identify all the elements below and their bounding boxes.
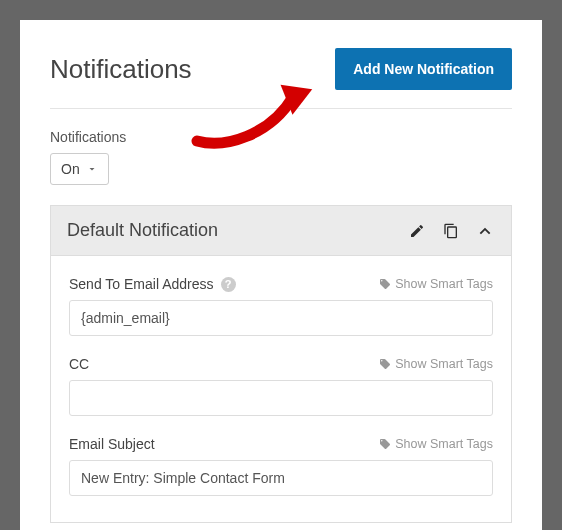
notifications-toggle-select[interactable]: On [50,153,109,185]
row-head: CC Show Smart Tags [69,356,493,372]
cc-label: CC [69,356,89,372]
chevron-down-icon [86,163,98,175]
tag-icon [379,358,391,370]
smart-tags-toggle[interactable]: Show Smart Tags [379,437,493,451]
cc-row: CC Show Smart Tags [69,356,493,416]
help-icon[interactable]: ? [221,277,236,292]
row-head: Email Subject Show Smart Tags [69,436,493,452]
copy-icon [443,223,459,239]
subject-row: Email Subject Show Smart Tags [69,436,493,496]
cc-input[interactable] [69,380,493,416]
notifications-panel: Notifications Add New Notification Notif… [20,20,542,530]
collapse-button[interactable] [475,221,495,241]
copy-button[interactable] [441,221,461,241]
subject-input[interactable] [69,460,493,496]
toggle-value: On [61,161,80,177]
row-head: Send To Email Address ? Show Smart Tags [69,276,493,292]
subject-label: Email Subject [69,436,155,452]
page-title: Notifications [50,54,192,85]
card-header: Default Notification [51,206,511,256]
notification-card: Default Notification Send To Email Addre… [50,205,512,523]
tag-icon [379,278,391,290]
smart-tags-toggle[interactable]: Show Smart Tags [379,277,493,291]
card-body: Send To Email Address ? Show Smart Tags … [51,256,511,522]
send-to-row: Send To Email Address ? Show Smart Tags [69,276,493,336]
toggle-label: Notifications [50,129,512,145]
panel-header: Notifications Add New Notification [50,48,512,109]
edit-button[interactable] [407,221,427,241]
tag-icon [379,438,391,450]
send-to-input[interactable] [69,300,493,336]
add-notification-button[interactable]: Add New Notification [335,48,512,90]
chevron-up-icon [477,223,493,239]
card-actions [407,221,495,241]
notifications-toggle-block: Notifications On [50,129,512,185]
send-to-label: Send To Email Address ? [69,276,236,292]
card-title: Default Notification [67,220,407,241]
smart-tags-toggle[interactable]: Show Smart Tags [379,357,493,371]
edit-icon [409,223,425,239]
